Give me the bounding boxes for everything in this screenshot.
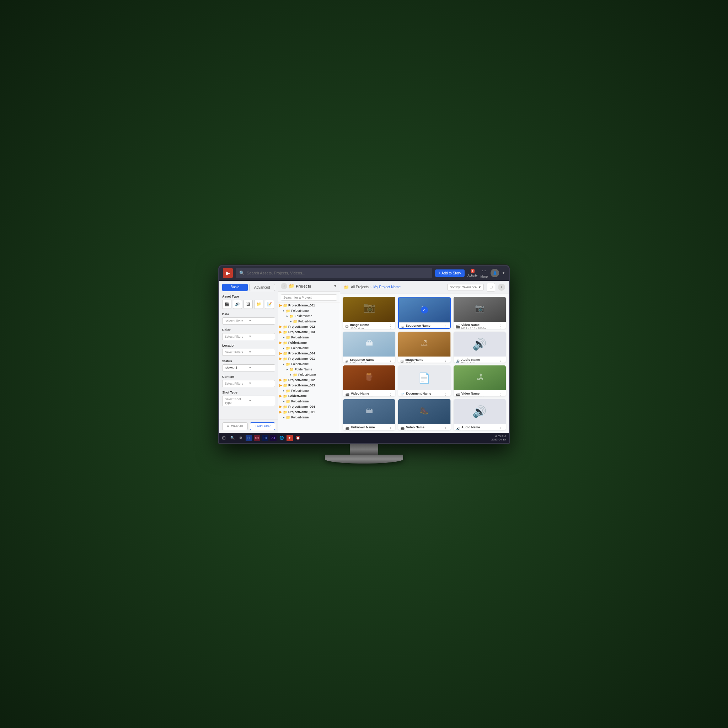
- folder-file-icon: 📁: [283, 352, 287, 355]
- tree-item[interactable]: ▶ 📁 ProjectName_003: [278, 383, 340, 388]
- tree-item[interactable]: ▸ 📁 FolderName: [278, 308, 340, 314]
- taskbar-premiere-icon[interactable]: Pr: [246, 435, 252, 441]
- folder-icon: ▸: [283, 416, 285, 419]
- grid-view-button[interactable]: ⊞: [486, 283, 495, 292]
- search-input[interactable]: [247, 271, 429, 275]
- asset-more-button[interactable]: ⋮: [443, 393, 449, 396]
- content-dropdown[interactable]: Select Filters ▼: [222, 380, 275, 387]
- tree-item[interactable]: ▶ 📁 FolderName: [278, 393, 340, 399]
- location-dropdown[interactable]: Select Filters ▼: [222, 349, 275, 356]
- monitor-stand-base: [325, 455, 403, 463]
- asset-card[interactable]: 🏞 🎬 Video Name MP4 - 3:15 - 1080p ⋮: [454, 366, 506, 396]
- asset-name: Video Name: [406, 425, 441, 429]
- date-dropdown[interactable]: Select Filters ▼: [222, 317, 275, 324]
- taskbar-task-view-icon[interactable]: ⧉: [237, 435, 244, 441]
- asset-more-button[interactable]: ⋮: [387, 324, 393, 329]
- asset-type-folder-icon[interactable]: 📁: [254, 300, 263, 309]
- tree-item-label: FolderName: [291, 346, 309, 350]
- clear-all-button[interactable]: ✏ Clear All: [222, 422, 248, 430]
- asset-meta: ImageName JPG - 4mp: [405, 358, 441, 362]
- tree-item-label: FolderName: [291, 399, 309, 403]
- tree-item-label: ProjectName_004: [288, 405, 315, 408]
- asset-card[interactable]: 🔊 🔊 Audio Name WAV - 3:14 ⋮: [454, 332, 506, 362]
- folder-file-icon: 📁: [283, 378, 287, 382]
- search-bar[interactable]: 🔍: [236, 268, 432, 278]
- chevron-down-icon[interactable]: ▼: [502, 271, 505, 275]
- asset-more-button[interactable]: ⋮: [387, 393, 393, 396]
- asset-card[interactable]: 🔊 🔊 Audio Name WAV - 3:14 ⋮: [454, 399, 506, 430]
- shot-type-dropdown[interactable]: Select Shot Type ▼: [222, 396, 275, 406]
- asset-more-button[interactable]: ⋮: [498, 359, 504, 362]
- asset-card[interactable]: 🏔 🎬 Unknown Name MP4 - 3:15 ⋮: [343, 399, 395, 430]
- asset-type-image-icon[interactable]: 🖼: [243, 300, 253, 309]
- taskbar-muse-icon[interactable]: Mo: [254, 435, 260, 441]
- color-dropdown[interactable]: Select Filters ▼: [222, 333, 275, 340]
- tree-item[interactable]: ▶ 📁 ProjectName_001: [278, 356, 340, 361]
- panel-collapse-right-button[interactable]: ›: [498, 284, 505, 291]
- tree-item[interactable]: ▸ 📁 FolderName: [278, 367, 340, 372]
- tree-item[interactable]: ▶ 📁 ProjectName_001: [278, 303, 340, 308]
- tree-item[interactable]: ▸ 📁 FolderName: [278, 314, 340, 319]
- taskbar-chrome-icon[interactable]: 🌐: [278, 435, 285, 441]
- project-search-input[interactable]: [281, 294, 337, 301]
- asset-more-button[interactable]: ⋮: [387, 359, 393, 362]
- tree-item[interactable]: ▸ 📁 FolderName: [278, 372, 340, 378]
- tree-item[interactable]: ▶ 📁 FolderName: [278, 340, 340, 346]
- tree-item[interactable]: ▶ 📁 ProjectName_002: [278, 378, 340, 383]
- tree-item[interactable]: ▸ 📁 FolderName: [278, 346, 340, 351]
- taskbar-clock-icon[interactable]: ⏰: [295, 435, 301, 441]
- more-button[interactable]: ··· More: [480, 268, 488, 278]
- tree-item[interactable]: ▸ 📁 FolderName: [278, 399, 340, 404]
- asset-info: 🖼 Image Name JPG - 4mp ⋮: [343, 322, 395, 329]
- sort-dropdown[interactable]: Sort by: Relevance ▼: [447, 284, 484, 291]
- asset-card[interactable]: 🪵 🎬 Video Name MP4 - 3:15 - 1080p ⋮: [343, 366, 395, 396]
- tab-advanced[interactable]: Advanced: [249, 284, 275, 291]
- asset-card[interactable]: 📄 📄 Document Name DOCX ⋮: [398, 366, 450, 396]
- tree-item[interactable]: ▸ 📁 FolderName: [278, 319, 340, 324]
- asset-type-video-icon[interactable]: 🎬: [222, 300, 231, 309]
- tree-item[interactable]: ▸ 📁 FolderName: [278, 415, 340, 420]
- asset-more-button[interactable]: ⋮: [498, 393, 504, 396]
- tab-basic[interactable]: Basic: [222, 284, 248, 291]
- add-story-button[interactable]: + Add to Story: [435, 269, 465, 277]
- chevron-down-icon: ▼: [249, 366, 273, 369]
- windows-start-icon[interactable]: ⊞: [222, 436, 226, 440]
- breadcrumb-all-projects[interactable]: All Projects: [351, 285, 369, 289]
- tree-item[interactable]: ▶ 📁 ProjectName_004: [278, 404, 340, 410]
- tree-item[interactable]: ▸ 📁 FolderName: [278, 361, 340, 367]
- projects-dropdown-arrow[interactable]: ▼: [333, 284, 337, 288]
- asset-more-button[interactable]: ⋮: [498, 324, 504, 329]
- tree-item[interactable]: ▶ 📁 ProjectName_003: [278, 329, 340, 335]
- taskbar: ⊞ 🔍 ⧉ Pr Mo Ps Ae 🌐 ▶ ⏰ 6:05 PM 2023-04-…: [219, 433, 509, 443]
- status-dropdown[interactable]: Show All ▼: [222, 364, 275, 372]
- asset-more-button[interactable]: ⋮: [443, 426, 449, 430]
- tree-item[interactable]: ▸ 📁 FolderName: [278, 388, 340, 393]
- tree-item[interactable]: ▶ 📁 ProjectName_004: [278, 351, 340, 356]
- taskbar-search-icon[interactable]: 🔍: [229, 435, 236, 441]
- breadcrumb-project[interactable]: My Project Name: [373, 285, 401, 289]
- asset-more-button[interactable]: ⋮: [443, 359, 449, 362]
- tree-item[interactable]: ▶ 📁 ProjectName_002: [278, 324, 340, 329]
- collapse-button[interactable]: ‹: [281, 283, 287, 289]
- asset-card[interactable]: 🏔 ◉ Sequence Name 8 Clips - 3:15 ⋮: [343, 332, 395, 362]
- asset-more-button[interactable]: ⋮: [442, 324, 448, 329]
- app-logo[interactable]: ▶: [223, 268, 233, 278]
- asset-card[interactable]: 📷 🖼 Image Name JPG - 4mp ⋮: [343, 297, 395, 329]
- activity-button[interactable]: 1 Activity: [468, 269, 478, 277]
- tree-item[interactable]: ▸ 📁 FolderName: [278, 335, 340, 340]
- asset-card[interactable]: 🥾 🎬 Video Name MP4 - 3:15 ⋮: [398, 399, 450, 430]
- asset-card[interactable]: ⛷✓ ◉ Sequence Name 8 Clips - 3:15 ⋮: [398, 297, 450, 329]
- user-avatar[interactable]: 👤: [491, 269, 499, 277]
- asset-type-doc-icon[interactable]: 📝: [265, 300, 274, 309]
- taskbar-photoshop-icon[interactable]: Ps: [262, 435, 268, 441]
- asset-more-button[interactable]: ⋮: [387, 426, 393, 430]
- add-filter-button[interactable]: + Add Filter: [250, 422, 275, 430]
- asset-card[interactable]: 🏖 🖼 ImageName JPG - 4mp ⋮: [398, 332, 450, 362]
- asset-type-audio-icon[interactable]: 🔊: [233, 300, 242, 309]
- asset-card[interactable]: 📷 🎬 Video Name MP4 - 3:15 - 1080p ⋮: [454, 297, 506, 329]
- asset-detail: 8 Clips - 3:15: [350, 361, 386, 362]
- tree-item[interactable]: ▶ 📁 ProjectName_001: [278, 410, 340, 415]
- taskbar-app-icon[interactable]: ▶: [286, 435, 293, 441]
- taskbar-ae-icon[interactable]: Ae: [270, 435, 277, 441]
- asset-more-button[interactable]: ⋮: [498, 426, 504, 430]
